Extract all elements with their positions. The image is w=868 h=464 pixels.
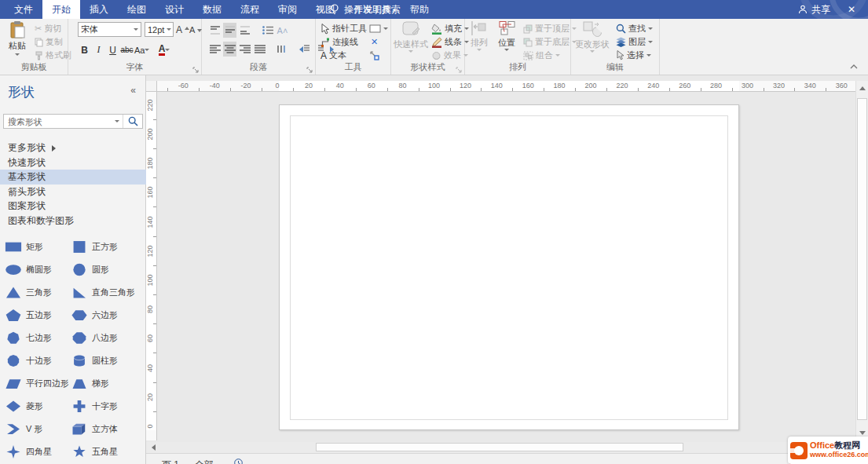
decrease-indent-button[interactable] [296,42,316,57]
grow-font-button[interactable]: A [176,23,189,36]
stencil-shape-chevron[interactable]: V 形 [5,422,71,436]
text-direction-button[interactable] [274,42,288,57]
close-button[interactable]: ✕ [841,0,862,19]
shrink-font-button[interactable]: A [189,23,202,36]
tab-process[interactable]: 流程 [231,0,269,19]
stencil-shape-triangle[interactable]: 三角形 [5,286,71,299]
line-button[interactable]: 线条 [431,35,469,49]
paste-label: 粘贴 [9,41,26,50]
italic-button[interactable]: I [92,42,105,57]
h-ruler-tick [794,88,795,91]
search-button[interactable] [123,116,142,126]
strikethrough-button[interactable]: abc [120,42,134,57]
paste-button[interactable]: 粘贴 [2,20,32,64]
stencil-shape-cylinder[interactable]: 圆柱形 [71,354,143,367]
drawing-page[interactable] [279,104,739,430]
shape-category-basic-shapes[interactable]: 基本形状 [0,170,146,185]
font-color-button[interactable]: A [157,42,170,57]
v-ruler-tick [153,294,156,295]
decrease-indent-icon [296,46,303,53]
shape-category-arrow-shapes[interactable]: 箭头形状 [0,185,146,199]
shape-label: 十字形 [92,400,118,412]
tab-design[interactable]: 设计 [156,0,193,19]
stencil-shape-rtriangle[interactable]: 直角三角形 [71,286,143,299]
vertical-scroll-thumb[interactable] [857,98,867,420]
align-right-button[interactable] [238,42,251,57]
shape-category-pattern-shapes[interactable]: 图案形状 [0,199,146,214]
stencil-shape-hexagon[interactable]: 六边形 [71,309,143,322]
stencil-shape-diamond[interactable]: 菱形 [5,400,71,413]
h-ruler-label: 220 [613,82,632,90]
font-name-combo[interactable]: 宋体 [78,22,141,37]
underline-button[interactable]: U [106,42,119,57]
tab-home[interactable]: 开始 [42,0,80,19]
horizontal-scroll-thumb[interactable] [316,443,683,451]
scroll-left-button[interactable] [146,442,157,453]
stencil-shape-rect[interactable]: 矩形 [5,240,71,254]
bullets-button[interactable] [261,23,274,38]
change-shape-button: 更改形状 [573,20,612,64]
office-logo-icon [790,442,808,459]
tab-review[interactable]: 审阅 [269,0,306,19]
status-clock-icon[interactable] [234,459,243,464]
shape-search-input[interactable] [4,117,112,126]
status-page-indicator[interactable]: 页 1 [162,459,179,464]
tell-me-search[interactable]: 操作说明搜索 [330,0,401,19]
align-bottom-button[interactable] [238,23,251,38]
stencil-shape-cross[interactable]: 十字形 [71,400,143,413]
connection-point-x-button[interactable]: ✕ [371,35,378,49]
panel-collapse-icon[interactable]: « [130,85,136,96]
shape-category-quick-shapes[interactable]: 快速形状 [0,155,146,170]
quick-styles-dropdown-icon [408,50,413,55]
pointer-tool-button[interactable]: 指针工具 [320,22,367,35]
align-center-button[interactable] [223,42,236,57]
collapse-ribbon-button[interactable] [848,62,860,71]
tab-data[interactable]: 数据 [193,0,231,19]
search-dropdown-icon[interactable] [112,115,123,128]
stencil-shape-heptagon[interactable]: 七边形 [5,331,71,345]
stencil-shape-pentagon[interactable]: 五边形 [5,309,71,322]
fill-button[interactable]: 填充 [431,22,469,35]
stencil-shape-trapezoid[interactable]: 梯形 [71,377,143,390]
connector-tool-button[interactable]: 连接线 [320,35,358,49]
clipboard-group-label: 剪贴板 [0,61,68,73]
position-button[interactable]: 位置 [494,20,519,64]
text-tool-button[interactable]: A 文本 [320,49,346,62]
bold-button[interactable]: B [78,42,91,57]
font-size-combo[interactable]: 12pt [145,22,174,37]
status-all-indicator[interactable]: 全部 [195,459,214,464]
layers-button[interactable]: 图层 [616,35,653,49]
share-button[interactable]: 共享 [798,0,830,19]
h-ruler-tick [262,88,262,91]
tab-help[interactable]: 帮助 [401,0,438,19]
shape-category-more-shapes[interactable]: 更多形状 [0,141,146,155]
stencil-shape-star4[interactable]: 四角星 [5,445,71,459]
select-button[interactable]: 选择 [616,49,651,62]
align-left-button[interactable] [208,42,222,57]
vertical-scrollbar[interactable] [855,81,868,440]
tab-file[interactable]: 文件 [5,0,42,19]
stencil-shape-square[interactable]: 正方形 [71,240,143,254]
change-case-button[interactable]: Aa [134,42,149,57]
stencil-shape-ellipse[interactable]: 椭圆形 [5,263,71,276]
tab-draw[interactable]: 绘图 [118,0,156,19]
stencil-shape-parallelogram[interactable]: 平行四边形 [5,377,71,390]
stencil-shape-circle[interactable]: 圆形 [71,263,143,276]
find-button[interactable]: 查找 [616,22,653,35]
stencil-shape-star5[interactable]: 五角星 [71,445,143,459]
align-middle-button[interactable] [223,23,236,38]
horizontal-scrollbar[interactable] [146,442,855,453]
h-ruler-label: 20 [299,82,318,90]
connection-point-tool-button[interactable] [369,49,380,62]
h-ruler-tick [764,88,764,91]
align-top-button[interactable] [208,23,222,38]
stencil-shape-cube[interactable]: 立方体 [71,422,143,436]
justify-button[interactable] [253,42,266,57]
stencil-shape-decagon[interactable]: 十边形 [5,354,71,367]
tab-insert[interactable]: 插入 [80,0,118,19]
v-ruler-label: 60 [146,329,157,348]
shape-category-chart-math-shapes[interactable]: 图表和数学图形 [0,214,146,228]
stencil-shape-octagon[interactable]: 八边形 [71,331,143,345]
rectangle-tool-button[interactable] [369,22,388,35]
scroll-up-button[interactable] [856,81,868,93]
